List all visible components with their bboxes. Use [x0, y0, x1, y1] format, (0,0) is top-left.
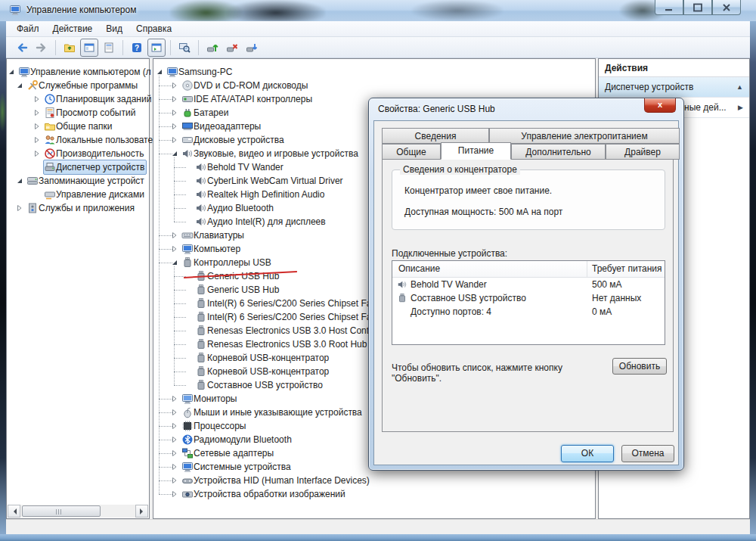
device-tree-item-label: Видеоадаптеры [194, 120, 261, 133]
computer-icon [18, 66, 30, 78]
toolbar-uninstall-device-button[interactable] [223, 39, 241, 57]
cancel-button[interactable]: Отмена [621, 445, 674, 462]
scan-computer-icon [178, 42, 191, 54]
tree-connector [159, 494, 172, 495]
collapsed-expander-icon[interactable] [33, 95, 42, 104]
uninstall-device-icon [226, 42, 238, 54]
scroll-left-arrow[interactable] [8, 505, 20, 518]
tab-сведения[interactable]: Сведения [382, 128, 489, 144]
menu-item-вид[interactable]: Вид [99, 22, 129, 36]
ok-button[interactable]: ОК [561, 445, 614, 462]
toolbar-scan-computer-button[interactable] [175, 39, 194, 57]
task-scheduler-icon [44, 93, 56, 105]
scrollbar-thumb[interactable] [22, 505, 101, 517]
device-tree-item-label: Клавиатуры [194, 229, 244, 242]
scan-hardware-icon [246, 42, 258, 54]
attached-devices-listview[interactable]: Описание Требует питания Behold TV Wande… [392, 260, 665, 345]
toolbar-back-arrow-button[interactable] [13, 39, 31, 57]
device-tree-item[interactable]: Устройства обработки изображений [153, 487, 595, 501]
toolbar-scan-hardware-button[interactable] [243, 39, 261, 57]
scroll-right-arrow[interactable] [135, 505, 148, 518]
column-header-power[interactable]: Требует питания [587, 261, 665, 277]
usb-device-icon [181, 257, 194, 269]
device-tree-item-label: Системные устройства [194, 460, 291, 474]
device-power-row[interactable]: Behold TV Wander500 мА [392, 278, 665, 291]
console-tree-item[interactable]: Общие папки [7, 120, 149, 133]
expanded-expander-icon[interactable] [15, 176, 24, 185]
collapsed-expander-icon[interactable] [33, 122, 42, 131]
console-tree-item[interactable]: Просмотр событий [7, 106, 149, 120]
properties-dialog: Свойства: Generic USB Hub x СведенияУпра… [368, 98, 684, 471]
close-button[interactable] [712, 0, 741, 15]
device-tree-item[interactable]: Устройства HID (Human Interface Devices) [153, 474, 595, 487]
tree-connector [174, 167, 186, 168]
device-tree-item-label: Звуковые, видео и игровые устройства [194, 147, 358, 160]
toolbar-update-driver-button[interactable] [203, 39, 222, 57]
tab-дополнительно[interactable]: Дополнительно [511, 144, 606, 160]
refresh-button[interactable]: Обновить [612, 358, 667, 375]
menu-item-файл[interactable]: Файл [10, 22, 46, 36]
monitor-icon [181, 393, 194, 405]
toolbar-forward-arrow-button[interactable] [33, 39, 51, 57]
hub-information-groupbox: Сведения о концентраторе Концентратор им… [392, 169, 665, 230]
dialog-close-button[interactable]: x [644, 98, 676, 113]
collapsed-expander-icon[interactable] [15, 204, 24, 213]
minimize-button[interactable] [655, 0, 683, 15]
toolbar-properties-doc-button[interactable] [100, 39, 118, 57]
menu-item-действие[interactable]: Действие [46, 22, 100, 36]
device-power-row[interactable]: Составное USB устройствоНет данных [392, 291, 665, 305]
device-tree-item[interactable]: Samsung-PC [153, 65, 595, 79]
toolbar-export-list-button[interactable] [60, 39, 79, 57]
toolbar-console-pane-button[interactable] [147, 39, 166, 57]
console-tree-item[interactable]: Управление компьютером (л [7, 65, 149, 79]
console-tree-item[interactable]: Производительность [7, 147, 149, 160]
toolbar: ? [6, 37, 750, 58]
actions-device-manager-section[interactable]: Диспетчер устройств ▲ [599, 77, 749, 98]
usb-device-icon [195, 352, 207, 364]
collapsed-expander-icon[interactable] [33, 149, 42, 158]
device-tree-item-label: Renesas Electronics USB 3.0 Root Hub [207, 337, 367, 351]
console-tree-item[interactable]: Диспетчер устройств [7, 160, 149, 174]
collapse-caret-icon[interactable]: ▲ [736, 83, 743, 91]
console-tree-item[interactable]: Планировщик заданий [7, 92, 149, 106]
device-power-row[interactable]: Доступно портов: 40 мА [392, 305, 665, 319]
menu-item-справка[interactable]: Справка [129, 22, 178, 36]
collapsed-expander-icon[interactable] [33, 135, 42, 145]
console-tree-item[interactable]: Запоминающие устройст [7, 174, 149, 188]
tab-питание[interactable]: Питание [441, 142, 511, 160]
toolbar-separator [122, 40, 123, 55]
console-tree-item[interactable]: Локальные пользовате [7, 133, 149, 147]
computer-icon [181, 461, 194, 473]
device-tree-item-label: Intel(R) 6 Series/C200 Series Chipset Fa [207, 310, 371, 324]
expanded-expander-icon[interactable] [155, 67, 164, 76]
column-header-description[interactable]: Описание [392, 261, 587, 277]
window-title: Управление компьютером [26, 5, 136, 15]
console-tree-item-label: Запоминающие устройст [39, 174, 144, 188]
window-titlebar[interactable]: Управление компьютером [0, 0, 756, 21]
tab-управление-электропитанием[interactable]: Управление электропитанием [489, 128, 680, 144]
device-tree-item-label: Устройства HID (Human Interface Devices) [194, 474, 370, 487]
toolbar-help-button[interactable]: ? [128, 39, 146, 57]
console-tree-panel: Управление компьютером (лСлужебные прогр… [6, 58, 150, 519]
computer-icon [166, 66, 178, 78]
console-tree-item[interactable]: Служебные программы [7, 79, 149, 92]
device-tree-item-label: Сетевые адаптеры [194, 446, 274, 460]
horizontal-scrollbar[interactable] [8, 505, 148, 518]
toolbar-console-window-button[interactable] [80, 39, 98, 57]
audio-device-icon [195, 175, 207, 187]
tab-драйвер[interactable]: Драйвер [606, 144, 680, 160]
device-tree-item[interactable]: DVD и CD-ROM дисководы [153, 79, 595, 92]
refresh-note: Чтобы обновить список, нажмите кнопку "О… [392, 362, 611, 384]
expanded-expander-icon[interactable] [15, 81, 24, 90]
maximize-button[interactable] [683, 0, 712, 15]
console-tree-item-label: Локальные пользовате [56, 133, 153, 147]
tree-connector [159, 113, 172, 113]
tab-общие[interactable]: Общие [382, 144, 441, 160]
expanded-expander-icon[interactable] [7, 67, 16, 76]
console-tree-item[interactable]: Управление дисками [7, 188, 149, 201]
toolbar-separator [55, 40, 56, 55]
tree-connector [159, 235, 172, 236]
collapsed-expander-icon[interactable] [33, 108, 42, 117]
console-tree-item[interactable]: Службы и приложения [7, 201, 149, 215]
audio-device-icon [195, 188, 207, 201]
